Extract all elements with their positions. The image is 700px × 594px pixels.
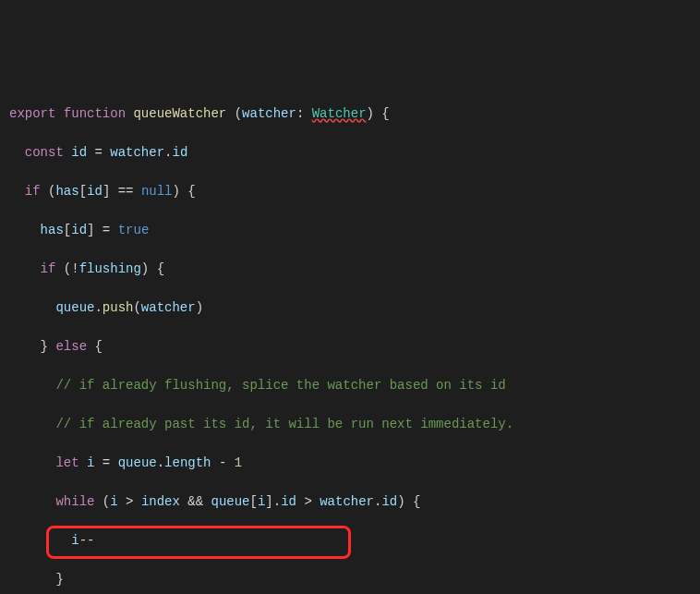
code-line: }	[9, 570, 691, 589]
code-line: while (i > index && queue[i].id > watche…	[9, 492, 691, 512]
keyword-export: export	[9, 106, 55, 121]
code-line: // if already flushing, splice the watch…	[9, 376, 691, 395]
code-line: if (!flushing) {	[9, 260, 691, 279]
comment: // if already past its id, it will be ru…	[55, 417, 513, 431]
keyword-function: function	[64, 106, 126, 121]
comment: // if already flushing, splice the watch…	[55, 378, 505, 393]
code-line: let i = queue.length - 1	[9, 454, 691, 473]
code-line: } else {	[9, 337, 691, 357]
code-line: queue.push(watcher)	[9, 298, 691, 318]
code-line: has[id] = true	[9, 221, 691, 240]
code-line: // if already past its id, it will be ru…	[9, 415, 691, 434]
code-line: if (has[id] == null) {	[9, 182, 691, 201]
code-line: i--	[9, 531, 691, 551]
code-editor[interactable]: export function queueWatcher (watcher: W…	[9, 85, 691, 594]
code-line: const id = watcher.id	[9, 143, 691, 163]
code-line: export function queueWatcher (watcher: W…	[9, 104, 691, 124]
type-ref: Watcher	[312, 106, 367, 121]
fn-name: queueWatcher	[133, 106, 226, 121]
